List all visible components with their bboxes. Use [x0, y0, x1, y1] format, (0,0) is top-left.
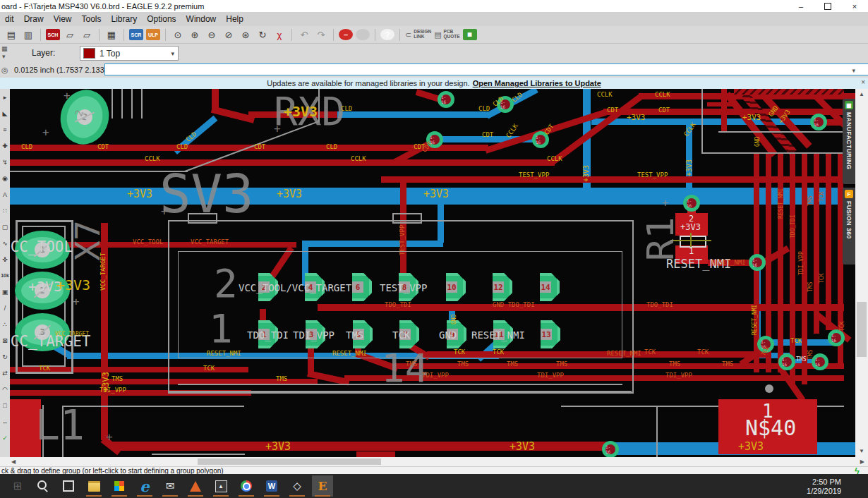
taskbar-search[interactable]: [32, 475, 54, 497]
horizontal-scrollbar[interactable]: ◀ ▶: [0, 457, 868, 466]
left-tool-10[interactable]: ✜: [0, 251, 10, 267]
taskbar-word[interactable]: [261, 475, 282, 497]
left-tool-11[interactable]: 10k: [0, 267, 10, 284]
scroll-down-icon[interactable]: ▼: [859, 449, 864, 454]
taskbar-3d-viewer[interactable]: [287, 475, 308, 497]
toolbar-redo-button[interactable]: ↷: [314, 28, 328, 42]
trace-segment: [721, 89, 727, 133]
clock-time: 2:50 PM: [807, 478, 841, 487]
layer-dropdown[interactable]: 1 Top ▾: [80, 46, 179, 61]
left-tool-1[interactable]: ◣: [0, 105, 10, 121]
menu-dit[interactable]: dit: [0, 13, 19, 25]
toolbar-go-button[interactable]: [356, 29, 370, 40]
left-tool-3[interactable]: ✚: [0, 138, 10, 154]
toolbar-undo-button[interactable]: ↶: [297, 28, 311, 42]
menu-bar: ditDrawViewToolsLibraryOptionsWindowHelp: [0, 12, 868, 27]
menu-library[interactable]: Library: [107, 13, 143, 25]
toolbar-manufacturing-tool-button[interactable]: ▦: [463, 29, 477, 40]
net-label: TCK: [819, 192, 825, 202]
left-tool-18[interactable]: ◠: [0, 381, 10, 397]
left-tool-9[interactable]: ∿: [0, 235, 10, 251]
trace-segment: [814, 154, 819, 334]
taskbar-file-explorer[interactable]: [83, 475, 104, 497]
left-tool-0[interactable]: ▸: [0, 89, 10, 105]
menu-view[interactable]: View: [49, 13, 77, 25]
toolbar-zoom-redraw-button[interactable]: ⊛: [239, 28, 253, 42]
taskbar-task-view[interactable]: [58, 475, 79, 497]
toolbar-zoom-out-button[interactable]: ⊖: [205, 28, 219, 42]
taskbar-microsoft-store[interactable]: [109, 475, 130, 497]
net-label: +: [161, 206, 168, 217]
left-tool-6[interactable]: A: [0, 186, 10, 202]
taskbar-clock[interactable]: 2:50 PM 1/29/2019: [807, 478, 841, 495]
left-tool-19[interactable]: □: [0, 397, 10, 413]
toolbar-pcb-quote-button[interactable]: ▤PCB QUOTE: [434, 28, 460, 42]
toolbar-refresh-button[interactable]: ↻: [255, 28, 270, 42]
taskbar-chrome[interactable]: [236, 475, 257, 497]
left-tool-14[interactable]: ∴: [0, 316, 10, 332]
left-tool-20[interactable]: ↔: [0, 413, 10, 430]
tab-fusion-360[interactable]: F FUSION 360: [843, 188, 855, 265]
grid-mini-icon[interactable]: ▦: [1, 45, 8, 52]
toolbar-save-button[interactable]: ▤: [4, 28, 18, 42]
left-tool-7[interactable]: ∷: [0, 202, 10, 219]
taskbar-photos[interactable]: [210, 475, 231, 497]
left-tool-15[interactable]: ⊠: [0, 332, 10, 348]
toolbar-board-manager-button[interactable]: ▱: [80, 28, 94, 42]
taskbar-edge[interactable]: [134, 475, 155, 497]
scroll-up-icon[interactable]: ▲: [859, 92, 864, 97]
toolbar-design-link-button[interactable]: ⊂DESIGN LINK: [405, 28, 431, 42]
toolbar-zoom-in-button[interactable]: ⊕: [188, 28, 202, 42]
horizontal-scroll-thumb[interactable]: [198, 458, 381, 465]
left-tool-13[interactable]: /: [0, 300, 10, 316]
left-tool-8[interactable]: ▢: [0, 219, 10, 235]
left-tool-21[interactable]: ✓: [0, 430, 10, 446]
toolbar-ripup-button[interactable]: χ: [272, 28, 287, 42]
menu-options[interactable]: Options: [142, 13, 181, 25]
command-history-caret[interactable]: ▾: [852, 67, 855, 74]
vertical-scroll-thumb[interactable]: [857, 302, 867, 357]
toolbar-sheet-manager-button[interactable]: ▱: [63, 28, 77, 42]
net-label: CCLK: [351, 156, 366, 162]
notification-close-icon[interactable]: ×: [861, 78, 865, 86]
menu-tools[interactable]: Tools: [77, 13, 107, 25]
taskbar-mail[interactable]: [159, 475, 181, 497]
close-button[interactable]: ×: [841, 0, 868, 12]
toolbar-zoom-select-button[interactable]: ⊘: [222, 28, 236, 42]
toolbar-sch-editor-button[interactable]: SCH: [46, 29, 60, 40]
left-tool-5[interactable]: ◉: [0, 170, 10, 186]
toolbar-zoom-fit-button[interactable]: ⊙: [171, 28, 185, 42]
menu-draw[interactable]: Draw: [19, 13, 49, 25]
managed-libraries-link[interactable]: Open Managed Libraries to Update: [473, 79, 601, 87]
restore-button[interactable]: [814, 0, 841, 12]
toolbar-ulp-run-button[interactable]: ULP: [146, 29, 160, 40]
left-tool-4[interactable]: ↯: [0, 154, 10, 170]
toolbar-grid-button[interactable]: ▦: [104, 28, 119, 42]
menu-help[interactable]: Help: [221, 13, 248, 25]
scroll-right-icon[interactable]: ▶: [860, 459, 864, 465]
caret-mini-icon[interactable]: ▾: [2, 53, 6, 60]
left-tool-17[interactable]: ⇄: [0, 365, 10, 381]
left-tool-16[interactable]: ↻: [0, 348, 10, 365]
menu-window[interactable]: Window: [181, 13, 222, 25]
pcb-canvas[interactable]: 246810121413579111312321-161-161-161-161…: [10, 89, 855, 457]
tab-manufacturing[interactable]: ▦ MANUFACTURING: [843, 99, 855, 184]
command-input[interactable]: [104, 63, 868, 75]
minimize-button[interactable]: –: [788, 0, 814, 12]
toolbar-print-button[interactable]: ▥: [21, 28, 35, 42]
taskbar-matlab[interactable]: [185, 475, 206, 497]
vertical-scrollbar[interactable]: ▲ ▼: [855, 89, 868, 457]
left-tool-2[interactable]: ≡: [0, 121, 10, 138]
left-tool-12[interactable]: ▣: [0, 284, 10, 300]
net-label: TMS: [808, 350, 814, 360]
scroll-left-icon[interactable]: ◀: [11, 459, 16, 465]
mark-icon[interactable]: ◎: [1, 66, 8, 75]
taskbar-eagle[interactable]: [312, 475, 333, 497]
toolbar-stop-button[interactable]: –: [339, 29, 353, 40]
toolbar-help-button[interactable]: ?: [380, 29, 394, 40]
toolbar-scr-script-button[interactable]: SCR: [129, 29, 143, 40]
net-label: TCK: [644, 349, 656, 356]
taskbar-start[interactable]: [7, 475, 28, 497]
net-label: +3V3: [127, 189, 152, 200]
net-label: TCK: [697, 349, 709, 356]
